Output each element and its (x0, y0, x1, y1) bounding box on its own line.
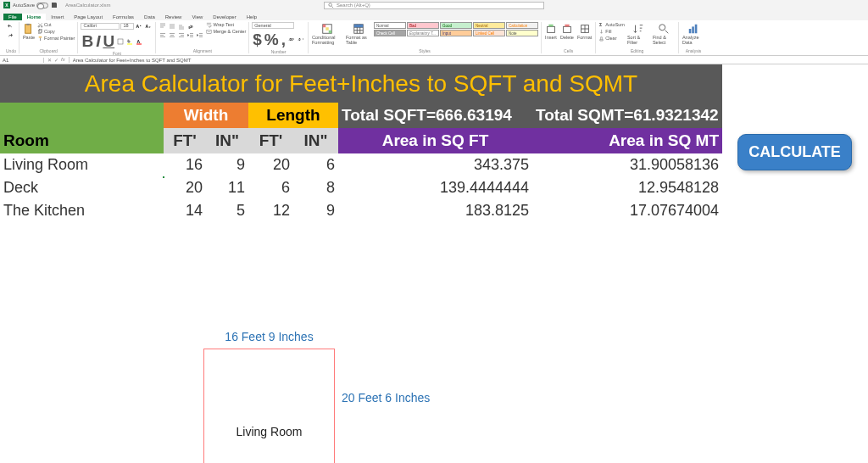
cell-area-ft[interactable]: 183.8125 (338, 199, 532, 222)
cell-wft[interactable]: 14 (164, 199, 206, 222)
tab-formulas[interactable]: Formulas (108, 14, 139, 20)
cell-lft[interactable]: 20 (248, 153, 293, 176)
cell-area-mt[interactable]: 31.90058136 (532, 153, 722, 176)
cell-area-ft[interactable]: 139.4444444 (338, 176, 532, 199)
paste-button[interactable]: Paste (22, 22, 36, 42)
cell-room[interactable]: Deck (0, 176, 164, 199)
calculate-button[interactable]: CALCULATE (737, 134, 852, 170)
cell-lft[interactable]: 12 (248, 199, 293, 222)
style-linked[interactable]: Linked Cell (473, 30, 505, 36)
orientation-button[interactable]: ab (186, 22, 195, 31)
bold-button[interactable]: B (81, 32, 94, 50)
clear-button[interactable]: Clear (598, 36, 625, 42)
svg-text:A: A (137, 38, 141, 43)
cell-lin[interactable]: 8 (293, 176, 338, 199)
percent-button[interactable]: % (264, 31, 280, 48)
style-input[interactable]: Input (440, 30, 472, 36)
svg-rect-37 (695, 25, 698, 34)
tab-data[interactable]: Data (139, 14, 160, 20)
merge-center-button[interactable]: Merge & Center (206, 29, 246, 35)
fx-fx-icon[interactable]: fx (61, 57, 65, 63)
format-cells-button[interactable]: Format (576, 22, 593, 42)
style-explanatory[interactable]: Explanatory T... (407, 30, 439, 36)
style-bad[interactable]: Bad (407, 22, 439, 29)
worksheet-area[interactable]: CALCULATE Area Calculator for Feet+Inche… (0, 64, 868, 222)
format-as-table-button[interactable]: Format as Table (345, 22, 372, 46)
style-neutral[interactable]: Neutral (473, 22, 505, 29)
decrease-font-button[interactable]: A▼ (144, 22, 153, 31)
conditional-formatting-button[interactable]: Conditional Formatting (311, 22, 343, 46)
cell-lft[interactable]: 6 (248, 176, 293, 199)
fill-button[interactable]: Fill (598, 29, 625, 35)
selection-handle-icon (162, 176, 165, 179)
style-normal[interactable]: Normal (374, 22, 406, 29)
save-icon[interactable] (51, 2, 58, 8)
formula-bar[interactable]: Area Calculator for Feet+Inches to SQFT … (70, 58, 868, 63)
cell-area-mt[interactable]: 17.07674004 (532, 199, 722, 222)
align-center-button[interactable] (168, 31, 176, 40)
cut-button[interactable]: Cut (37, 22, 75, 28)
comma-button[interactable]: , (281, 31, 287, 48)
cell-win[interactable]: 9 (206, 153, 248, 176)
cell-room[interactable]: The Kitchen (0, 199, 164, 222)
undo-button[interactable] (6, 22, 14, 31)
currency-button[interactable]: $ (252, 31, 263, 48)
italic-button[interactable]: I (95, 32, 101, 50)
tab-file[interactable]: File (3, 14, 22, 20)
cell-win[interactable]: 11 (206, 176, 248, 199)
decrease-indent-button[interactable] (186, 31, 195, 40)
borders-button[interactable] (116, 37, 125, 46)
increase-decimal-button[interactable]: .00 (287, 36, 296, 44)
align-top-button[interactable] (159, 22, 167, 31)
tab-help[interactable]: Help (242, 14, 262, 20)
autosum-button[interactable]: ΣAutoSum (598, 22, 625, 28)
style-good[interactable]: Good (440, 22, 472, 29)
font-color-button[interactable]: A (135, 37, 143, 46)
cell-wft[interactable]: 20 (164, 176, 206, 199)
align-left-button[interactable] (159, 31, 167, 40)
tab-insert[interactable]: Insert (46, 14, 69, 20)
decrease-decimal-button[interactable]: .0 (297, 36, 305, 44)
style-calculation[interactable]: Calculation (506, 22, 538, 29)
format-painter-button[interactable]: Format Painter (37, 36, 75, 42)
tab-home[interactable]: Home (22, 14, 47, 20)
cell-wft[interactable]: 16 (164, 153, 206, 176)
svg-rect-24 (326, 27, 329, 31)
wrap-text-button[interactable]: Wrap Text (206, 22, 246, 28)
cell-lin[interactable]: 6 (293, 153, 338, 176)
cell-room[interactable]: Living Room (0, 153, 164, 176)
increase-indent-button[interactable] (196, 31, 204, 40)
name-box[interactable]: A1 (0, 58, 44, 63)
sort-filter-button[interactable]: Sort & Filter (626, 22, 650, 46)
cell-area-ft[interactable]: 343.375 (338, 153, 532, 176)
font-name-dropdown[interactable]: Calibri (81, 23, 120, 30)
insert-cells-button[interactable]: Insert (544, 22, 558, 42)
align-bottom-button[interactable] (177, 22, 186, 31)
fx-enter-icon[interactable]: ✓ (54, 57, 58, 63)
cell-lin[interactable]: 9 (293, 199, 338, 222)
number-format-dropdown[interactable]: General (252, 22, 294, 29)
autosave-toggle[interactable]: AutoSave (13, 3, 48, 8)
fill-color-button[interactable] (125, 37, 134, 46)
increase-font-button[interactable]: A▲ (135, 22, 143, 31)
redo-button[interactable] (6, 31, 14, 40)
tab-page[interactable]: Page Layout (69, 14, 108, 20)
search-box[interactable]: Search (Alt+Q) (324, 2, 544, 9)
analyze-data-button[interactable]: Analyze Data (682, 22, 705, 46)
align-right-button[interactable] (177, 31, 186, 40)
cell-styles-gallery[interactable]: Normal Bad Good Neutral Calculation Chec… (374, 22, 538, 36)
style-note[interactable]: Note (506, 30, 538, 36)
find-select-button[interactable]: Find & Select (652, 22, 676, 46)
tab-developer[interactable]: Developer (208, 14, 241, 20)
font-size-dropdown[interactable]: 18 (120, 23, 134, 30)
tab-view[interactable]: View (186, 14, 208, 20)
fx-cancel-icon[interactable]: ✕ (47, 57, 52, 63)
delete-cells-button[interactable]: Delete (559, 22, 575, 42)
tab-review[interactable]: Review (160, 14, 187, 20)
style-check[interactable]: Check Cell (374, 30, 406, 36)
cell-win[interactable]: 5 (206, 199, 248, 222)
align-middle-button[interactable] (168, 22, 176, 31)
copy-button[interactable]: Copy (37, 29, 75, 35)
cell-area-mt[interactable]: 12.9548128 (532, 176, 722, 199)
underline-button[interactable]: U (102, 32, 115, 50)
